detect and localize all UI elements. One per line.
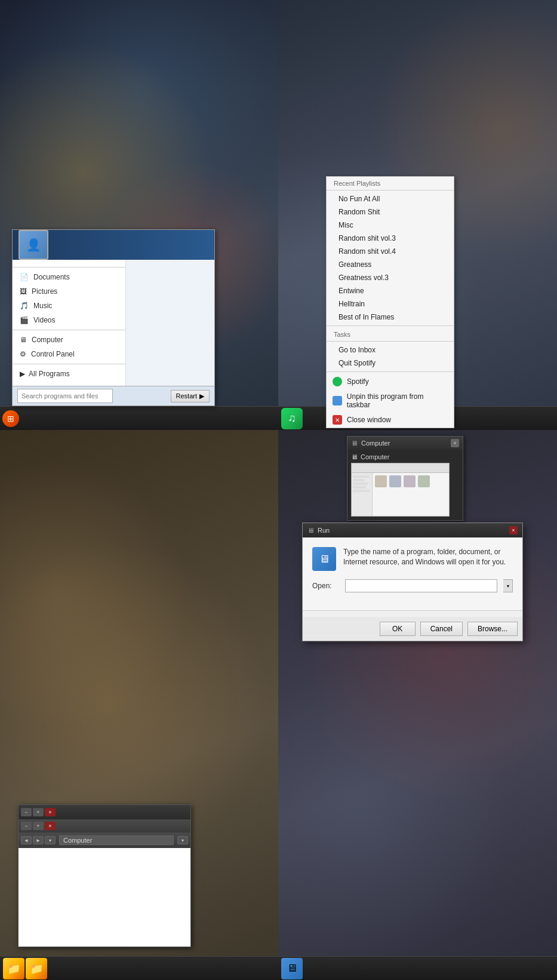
allprograms-arrow-icon: ▶ — [20, 370, 25, 378]
run-dialog: 🖥 Run × 🖥 Type the name of a program, fo… — [302, 523, 523, 641]
pictures-label: Pictures — [32, 287, 57, 296]
pictures-icon: 🖼 — [20, 287, 27, 296]
menu-divider-top — [13, 267, 125, 268]
all-programs-item[interactable]: ▶ All Programs — [13, 367, 125, 381]
maximize-button-2[interactable]: + — [33, 822, 44, 830]
playlist-greatness[interactable]: Greatness — [327, 258, 454, 271]
thumb-line-4 — [353, 486, 366, 489]
folder-taskbar-icon-2[interactable]: 📁 — [26, 958, 47, 979]
run-top-section: 🖥 Type the name of a program, folder, do… — [312, 547, 513, 571]
start-menu-footer: Restart ▶ — [13, 386, 214, 405]
playlist-helltrain[interactable]: Helltrain — [327, 297, 454, 311]
menu-item-computer[interactable]: 🖥 Computer — [13, 333, 125, 347]
explorer-window: − + × − + × ◄ ► ▾ Computer ▾ — [18, 804, 191, 947]
search-input[interactable] — [17, 389, 113, 403]
controlpanel-icon: ⚙ — [20, 350, 26, 358]
close-window-label: Close window — [347, 416, 391, 424]
start-menu-left-panel: 📄 Documents 🖼 Pictures 🎵 Music 🎬 Videos — [13, 260, 126, 386]
folder-icon-2: 📁 — [30, 962, 43, 975]
playlist-entwine[interactable]: Entwine — [327, 284, 454, 297]
music-label: Music — [33, 302, 52, 310]
preview-close-button[interactable]: × — [451, 439, 459, 447]
footer-spotify[interactable]: Spotify — [327, 374, 454, 389]
thumb-body — [352, 473, 449, 516]
preview-titlebar: 🖥 Computer × — [347, 437, 463, 450]
spotify-logo-icon — [333, 377, 342, 386]
task-goto-inbox[interactable]: Go to Inbox — [327, 343, 454, 357]
restart-button[interactable]: Restart ▶ — [171, 390, 210, 403]
tasks-title: Tasks — [327, 328, 454, 339]
close-window-icon: ✕ — [333, 415, 342, 425]
playlist-random-shit-vol3[interactable]: Random shit vol.3 — [327, 232, 454, 245]
address-dropdown[interactable]: ▾ — [177, 836, 188, 844]
browse-label: Browse... — [478, 625, 507, 633]
minimize-button[interactable]: − — [21, 808, 32, 816]
close-button[interactable]: × — [45, 808, 56, 816]
minimize-button-2[interactable]: − — [21, 822, 32, 830]
playlist-3-label: Random shit vol.3 — [338, 234, 396, 242]
menu-item-music[interactable]: 🎵 Music — [13, 299, 125, 313]
taskbar-q4: 🖥 — [278, 956, 557, 980]
folder-taskbar-icon-1[interactable]: 📁 — [3, 958, 24, 979]
run-open-input[interactable] — [345, 579, 497, 592]
playlist-misc[interactable]: Misc — [327, 219, 454, 232]
all-programs-label: All Programs — [29, 370, 70, 378]
folder-icon-1: 📁 — [7, 962, 20, 975]
computer-label: Computer — [32, 336, 63, 344]
documents-icon: 📄 — [20, 273, 29, 281]
address-bar[interactable]: Computer — [59, 835, 174, 845]
run-dropdown-button[interactable]: ▾ — [503, 579, 513, 592]
run-footer: OK Cancel Browse... — [303, 617, 522, 641]
computer-taskbar-icon[interactable]: 🖥 — [281, 958, 303, 979]
spotify-taskbar-icon[interactable]: ♫ — [281, 408, 303, 429]
videos-label: Videos — [33, 316, 55, 324]
address-toolbar: ◄ ► ▾ Computer ▾ — [19, 832, 190, 848]
context-divider-2 — [327, 325, 454, 326]
thumb-toolbar — [352, 463, 449, 473]
thumb-icon-2 — [389, 475, 401, 487]
start-menu: 👤 📄 Documents 🖼 Pictures 🎵 Music — [12, 229, 215, 406]
thumb-icon-4 — [418, 475, 430, 487]
playlist-random-shit-vol4[interactable]: Random shit vol.4 — [327, 245, 454, 258]
task-quit-spotify[interactable]: Quit Spotify — [327, 357, 454, 370]
maximize-button[interactable]: + — [33, 808, 44, 816]
menu-item-videos[interactable]: 🎬 Videos — [13, 313, 125, 327]
menu-item-documents[interactable]: 📄 Documents — [13, 270, 125, 284]
playlist-best-of-inflames[interactable]: Best of In Flames — [327, 311, 454, 324]
down-button[interactable]: ▾ — [45, 836, 56, 844]
computer-taskbar-symbol: 🖥 — [287, 962, 297, 975]
run-browse-button[interactable]: Browse... — [467, 622, 518, 636]
music-icon: 🎵 — [20, 302, 29, 310]
menu-item-controlpanel[interactable]: ⚙ Control Panel — [13, 347, 125, 361]
playlist-random-shit[interactable]: Random Shit — [327, 205, 454, 219]
footer-close[interactable]: ✕ Close window — [327, 412, 454, 428]
run-body: 🖥 Type the name of a program, folder, do… — [303, 537, 522, 610]
thumb-main — [373, 473, 449, 516]
start-button[interactable]: ⊞ — [2, 410, 19, 427]
task-inbox-label: Go to Inbox — [338, 346, 376, 354]
run-close-button[interactable]: × — [509, 526, 518, 534]
recent-playlists-title: Recent Playlists — [327, 177, 454, 188]
thumbnail-inner — [352, 463, 449, 516]
close-button-2[interactable]: × — [45, 822, 56, 830]
playlist-7-label: Entwine — [338, 287, 364, 295]
address-text: Computer — [63, 837, 92, 844]
footer-unpin[interactable]: Unpin this program from taskbar — [327, 389, 454, 412]
thumb-sidebar — [352, 473, 373, 516]
run-description-text: Type the name of a program, folder, docu… — [343, 547, 513, 571]
back-button[interactable]: ◄ — [21, 836, 32, 844]
restart-label: Restart — [176, 392, 197, 400]
thumb-icon-3 — [404, 475, 416, 487]
preview-inner-title-text: Computer — [361, 453, 389, 460]
spotify-context-menu: Recent Playlists No Fun At All Random Sh… — [326, 176, 454, 428]
forward-button[interactable]: ► — [33, 836, 44, 844]
playlist-1-label: Random Shit — [338, 208, 380, 216]
menu-item-pictures[interactable]: 🖼 Pictures — [13, 284, 125, 299]
start-menu-header: 👤 — [13, 230, 214, 260]
run-cancel-button[interactable]: Cancel — [420, 622, 463, 636]
menu-divider-bottom — [13, 364, 125, 364]
run-ok-button[interactable]: OK — [380, 622, 416, 636]
explorer-content — [19, 848, 190, 947]
playlist-no-fun[interactable]: No Fun At All — [327, 192, 454, 205]
playlist-greatness-vol3[interactable]: Greatness vol.3 — [327, 271, 454, 284]
